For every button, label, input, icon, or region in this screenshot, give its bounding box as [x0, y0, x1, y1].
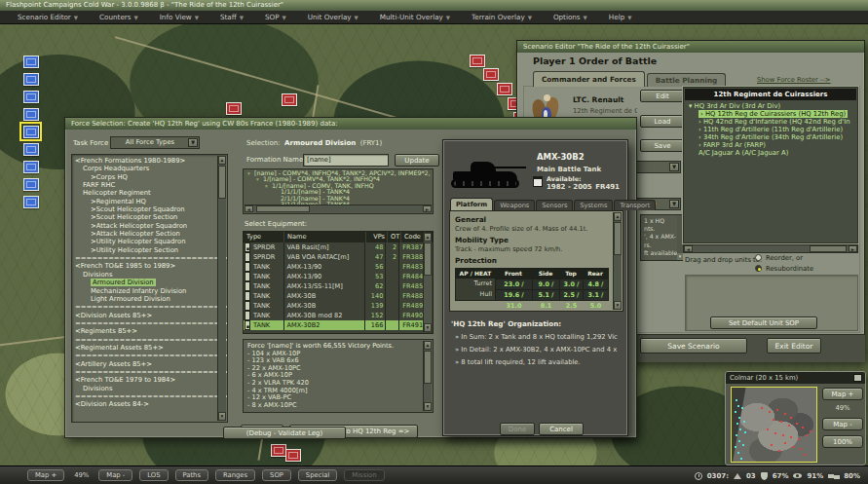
chevron-down-icon[interactable]: ▼	[188, 138, 198, 147]
menu-item[interactable]: Info View ▼	[150, 13, 210, 21]
scrollbar-vertical[interactable]: ▴ ▾	[423, 341, 432, 411]
scrollbar-vertical[interactable]: ▴ ▾	[423, 233, 432, 332]
done-button[interactable]: Done	[500, 423, 535, 435]
tab[interactable]: Battle Planning	[647, 73, 727, 87]
tree-item[interactable]: ===================================	[72, 254, 227, 262]
table-row[interactable]: TANK AMX-13/SS-11[M] 62 FR485	[244, 281, 424, 291]
minimap-thumbnail[interactable]	[731, 387, 817, 463]
checkbox[interactable]	[244, 272, 252, 281]
checkbox[interactable]	[244, 291, 252, 301]
tab[interactable]: Weapons	[494, 200, 535, 210]
map-zoom-100-button[interactable]: 100%	[822, 435, 863, 448]
expand-arrow-icon[interactable]: ▾	[265, 183, 272, 189]
tab[interactable]: Transport	[614, 200, 656, 210]
debug-validate-leg-button[interactable]: (Debug - Validate Leg)	[223, 427, 346, 439]
unit-counter-blue[interactable]	[23, 178, 39, 191]
tree-item[interactable]: › HQ 42nd Reg d'Infanterie (HQ 42nd Reg …	[685, 118, 856, 126]
table-row[interactable]: TANK AMX-30B mod 82 152 FR490	[244, 311, 424, 320]
tab[interactable]: Systems	[574, 200, 613, 210]
save-scenario-button[interactable]: Save Scenario	[640, 338, 747, 354]
force-selection-titlebar[interactable]: Force Selection: Create 'HQ 12th Reg' us…	[65, 118, 636, 130]
scroll-up-icon[interactable]: ▴	[614, 212, 622, 221]
tree-item[interactable]: <Regimental Assets 85+>	[72, 344, 227, 352]
unit-counter-blue[interactable]	[23, 108, 39, 121]
checkbox[interactable]	[244, 301, 252, 311]
scroll-down-icon[interactable]: ▾	[218, 412, 226, 421]
status-button[interactable]: SOP	[262, 469, 291, 481]
scroll-thumb[interactable]	[218, 166, 226, 199]
map-zoom-out-button[interactable]: Map -	[822, 418, 863, 430]
scroll-left-icon[interactable]: ◂	[245, 205, 253, 212]
radio-icon[interactable]	[755, 254, 762, 261]
scroll-thumb[interactable]	[614, 222, 622, 255]
tree-item[interactable]: Divisions	[72, 385, 227, 392]
load-button[interactable]: Load	[640, 115, 685, 128]
tree-item[interactable]: >Utility Helicopter Squadron	[72, 238, 227, 245]
unit-counter-red[interactable]	[271, 444, 286, 457]
tree-item[interactable]: FARF RHC	[72, 181, 227, 189]
checkbox[interactable]	[244, 281, 252, 291]
scroll-down-icon[interactable]: ▾	[614, 301, 622, 310]
menu-item[interactable]: SOP ▼	[255, 13, 298, 21]
scenario-editor-titlebar[interactable]: Scenario Editor "The Ride of the 12th Cu…	[517, 41, 864, 53]
unit-counter-red[interactable]	[483, 68, 499, 81]
unit-counter-blue[interactable]	[23, 56, 39, 68]
scroll-up-icon[interactable]: ▴	[424, 341, 432, 350]
task-force-type-dropdown[interactable]: All Force Types ▼	[110, 136, 200, 149]
tree-item[interactable]: › 34th Reg d'Artillerie (34th Reg d'Arti…	[685, 133, 856, 141]
edit-button[interactable]: Edit	[640, 90, 685, 102]
tree-item[interactable]: >Scout Helicopter Section	[72, 213, 227, 221]
status-button[interactable]: LOS	[139, 469, 168, 481]
unit-counter-red[interactable]	[282, 93, 297, 106]
tree-item[interactable]: >Utility Helicopter Section	[72, 246, 227, 254]
cancel-button[interactable]: Cancel	[539, 423, 584, 435]
unit-counter-red[interactable]	[470, 55, 485, 67]
exit-editor-button[interactable]: Exit Editor	[767, 338, 821, 354]
table-row[interactable]: ▪ SPRDR VAB Rasit[m] 48 2 FR387	[244, 242, 424, 252]
radio-icon[interactable]	[755, 265, 762, 272]
tree-item[interactable]: ===================================	[72, 319, 227, 327]
table-row[interactable]: TANK AMX-13/90 53 FR484	[244, 272, 424, 281]
scroll-right-icon[interactable]: ▸	[849, 245, 857, 252]
tree-item[interactable]: ===================================	[72, 352, 227, 359]
tree-item[interactable]: ===================================	[72, 336, 227, 344]
tree-item[interactable]: › FARP 3rd Ar (FARP)	[685, 141, 856, 149]
menu-item[interactable]: Scenario Editor ▼	[8, 13, 90, 21]
scroll-down-icon[interactable]: ▾	[424, 402, 432, 411]
scroll-thumb[interactable]	[256, 205, 310, 212]
status-button[interactable]: Paths	[175, 469, 208, 481]
checkbox[interactable]	[244, 252, 252, 262]
tab[interactable]: Platform	[450, 198, 493, 210]
scroll-thumb[interactable]	[810, 245, 847, 252]
menu-item[interactable]: Unit Overlay ▼	[298, 13, 370, 21]
tree-item[interactable]: <Division Assets 84->	[72, 400, 227, 408]
table-row[interactable]: TANK AMX-13/90 56 FR483	[244, 262, 424, 272]
minimap-settings-icon[interactable]	[853, 374, 862, 382]
scroll-down-icon[interactable]: ▾	[424, 323, 432, 332]
scrollbar-vertical[interactable]: ▴ ▾	[217, 156, 226, 421]
save-button[interactable]: Save	[640, 139, 685, 152]
scroll-right-icon[interactable]: ▸	[423, 205, 432, 212]
unit-counter-blue[interactable]	[23, 161, 39, 173]
status-button[interactable]: 49%	[71, 469, 92, 481]
chevron-down-icon[interactable]: ▼	[669, 200, 679, 208]
unit-counter-blue[interactable]	[23, 73, 39, 86]
chevron-down-icon[interactable]: ▼	[669, 163, 679, 171]
update-button[interactable]: Update	[395, 154, 439, 167]
tree-item[interactable]: <French Formations 1980-1989>	[72, 157, 227, 165]
formation-name-input[interactable]: [name]	[303, 154, 389, 167]
checkbox[interactable]: ▪	[244, 320, 252, 330]
tree-item[interactable]: Divisions	[72, 271, 227, 279]
unit-counter-red[interactable]	[226, 102, 242, 115]
tree-item[interactable]: A/C Jaguar A (A/C Jaguar A)	[685, 149, 856, 157]
table-row[interactable]: TANK AMX-30B 139 FR489	[244, 301, 424, 311]
scrollbar-horizontal[interactable]: ◂ ▸	[245, 205, 432, 212]
unit-counter-red[interactable]	[497, 83, 512, 95]
tree-item[interactable]: › HQ 12th Reg de Cuirassiers (HQ 12th Re…	[685, 110, 856, 118]
set-default-unit-sop-button[interactable]: Set Default Unit SOP	[710, 316, 817, 329]
tree-item[interactable]: >Scout Helicopter Squadron	[72, 205, 227, 213]
tree-item[interactable]: >Attack Helicopter Squadron	[72, 222, 227, 230]
unit-counter-blue[interactable]	[23, 91, 39, 103]
checkbox[interactable]	[244, 311, 252, 320]
tree-item[interactable]: › 11th Reg d'Artillerie (11th Reg d'Arti…	[685, 126, 856, 133]
